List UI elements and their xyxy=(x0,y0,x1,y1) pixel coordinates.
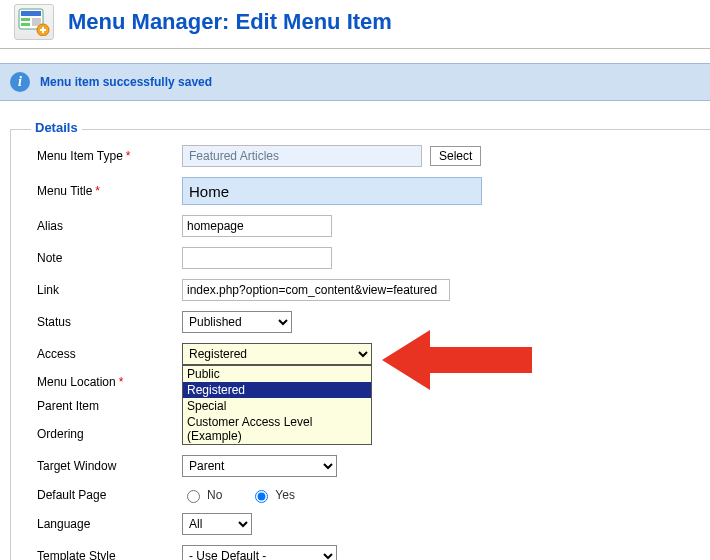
system-message-text: Menu item successfully saved xyxy=(40,75,212,89)
details-panel: Details Menu Item Type* Select Menu Titl… xyxy=(10,129,710,560)
row-default-page: Default Page No Yes xyxy=(37,487,694,503)
access-option-registered[interactable]: Registered xyxy=(183,382,371,398)
access-dropdown-list: Public Registered Special Customer Acces… xyxy=(182,365,372,445)
svg-rect-1 xyxy=(21,11,41,16)
row-status: Status Published xyxy=(37,311,694,333)
access-option-public[interactable]: Public xyxy=(183,366,371,382)
default-page-radios: No Yes xyxy=(182,487,295,503)
label-menu-item-type: Menu Item Type* xyxy=(37,149,182,163)
status-select[interactable]: Published xyxy=(182,311,292,333)
page-header: Menu Manager: Edit Menu Item xyxy=(0,0,710,49)
access-select[interactable]: Registered xyxy=(182,343,372,365)
row-template-style: Template Style - Use Default - xyxy=(37,545,694,560)
access-option-customer[interactable]: Customer Access Level (Example) xyxy=(183,414,371,444)
alias-input[interactable] xyxy=(182,215,332,237)
select-type-button[interactable]: Select xyxy=(430,146,481,166)
label-link: Link xyxy=(37,283,182,297)
label-access: Access xyxy=(37,347,182,361)
label-menu-title: Menu Title* xyxy=(37,184,182,198)
svg-rect-3 xyxy=(21,23,30,26)
label-status: Status xyxy=(37,315,182,329)
label-note: Note xyxy=(37,251,182,265)
default-page-no[interactable]: No xyxy=(182,487,222,503)
label-alias: Alias xyxy=(37,219,182,233)
system-message: i Menu item successfully saved xyxy=(0,63,710,101)
language-select[interactable]: All xyxy=(182,513,252,535)
target-window-select[interactable]: Parent xyxy=(182,455,337,477)
info-icon: i xyxy=(10,72,30,92)
row-menu-title: Menu Title* xyxy=(37,177,694,205)
label-ordering: Ordering xyxy=(37,427,182,441)
note-input[interactable] xyxy=(182,247,332,269)
panel-legend: Details xyxy=(31,120,82,135)
row-note: Note xyxy=(37,247,694,269)
row-language: Language All xyxy=(37,513,694,535)
row-menu-item-type: Menu Item Type* Select xyxy=(37,145,694,167)
label-language: Language xyxy=(37,517,182,531)
label-target-window: Target Window xyxy=(37,459,182,473)
svg-rect-2 xyxy=(21,18,30,21)
menu-manager-icon xyxy=(14,4,54,40)
row-access: Access Registered Public Registered Spec… xyxy=(37,343,694,365)
access-option-special[interactable]: Special xyxy=(183,398,371,414)
row-alias: Alias xyxy=(37,215,694,237)
label-menu-location: Menu Location* xyxy=(37,375,182,389)
default-page-yes[interactable]: Yes xyxy=(250,487,295,503)
link-input[interactable] xyxy=(182,279,450,301)
row-link: Link xyxy=(37,279,694,301)
label-template-style: Template Style xyxy=(37,549,182,560)
row-target-window: Target Window Parent xyxy=(37,455,694,477)
page-title: Menu Manager: Edit Menu Item xyxy=(68,9,392,35)
svg-rect-7 xyxy=(40,29,46,31)
label-default-page: Default Page xyxy=(37,488,182,502)
template-style-select[interactable]: - Use Default - xyxy=(182,545,337,560)
label-parent-item: Parent Item xyxy=(37,399,182,413)
menu-title-input[interactable] xyxy=(182,177,482,205)
menu-item-type-field xyxy=(182,145,422,167)
